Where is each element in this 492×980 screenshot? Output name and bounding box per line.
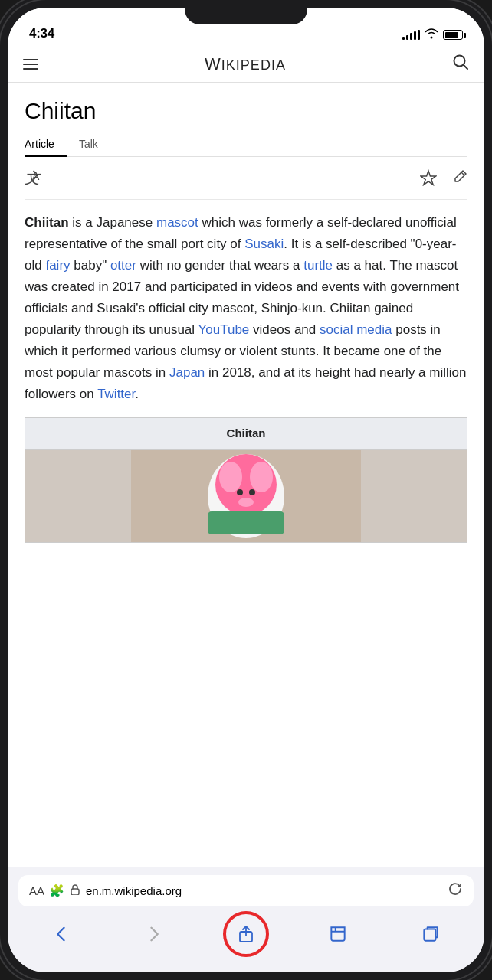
link-turtle[interactable]: turtle [303, 258, 333, 273]
wikipedia-title-text: WIKIPEDIA [205, 54, 286, 74]
signal-icon [402, 30, 421, 40]
infobox-image [25, 450, 467, 542]
wikipedia-logo: WIKIPEDIA [205, 54, 286, 74]
url-bar[interactable]: AA 🧩 en.m.wikipedia.org [18, 875, 474, 906]
bookmarks-button[interactable] [319, 917, 357, 951]
svg-point-10 [238, 498, 254, 507]
article-paragraph: Chiitan is a Japanese mascot which was f… [25, 212, 467, 405]
article-first-word: Chiitan [25, 215, 69, 230]
article-toolbar: 文 A [25, 169, 467, 200]
star-icon[interactable] [420, 169, 437, 190]
forward-button[interactable] [135, 917, 173, 951]
menu-icon[interactable] [23, 59, 38, 70]
reload-icon[interactable] [448, 881, 463, 900]
share-button-wrapper [227, 917, 265, 951]
url-bar-left: AA 🧩 [29, 884, 64, 898]
wikipedia-header: WIKIPEDIA [8, 46, 484, 83]
link-japan[interactable]: Japan [169, 365, 205, 380]
content-area[interactable]: Chiitan Article Talk 文 A [8, 83, 484, 867]
infobox-title: Chiitan [25, 418, 467, 450]
back-button[interactable] [42, 917, 80, 951]
svg-point-9 [249, 489, 255, 495]
tab-article[interactable]: Article [25, 133, 67, 156]
link-otter[interactable]: otter [110, 258, 136, 273]
article-title: Chiitan [25, 98, 467, 124]
translate-icon[interactable]: 文 A [25, 169, 43, 190]
link-youtube[interactable]: YouTube [198, 322, 250, 337]
svg-rect-11 [208, 511, 284, 534]
lock-icon [71, 884, 80, 897]
link-social-media[interactable]: social media [320, 322, 392, 337]
url-text[interactable]: en.m.wikipedia.org [86, 884, 441, 897]
svg-point-8 [237, 489, 243, 495]
svg-rect-12 [71, 889, 79, 895]
phone-shell: 4:34 [0, 0, 492, 980]
status-time: 4:34 [29, 26, 54, 41]
article-body: Chiitan is a Japanese mascot which was f… [25, 212, 467, 543]
extension-icon: 🧩 [49, 884, 64, 898]
aa-text[interactable]: AA [29, 884, 44, 897]
link-fairy[interactable]: fairy [45, 258, 70, 273]
link-twitter[interactable]: Twitter [97, 387, 135, 401]
wifi-icon [425, 28, 438, 41]
tab-talk[interactable]: Talk [67, 133, 110, 156]
share-button[interactable] [227, 917, 265, 951]
notch [185, 0, 307, 24]
svg-text:A: A [32, 170, 40, 182]
link-mascot[interactable]: mascot [156, 215, 198, 230]
bottom-nav [8, 913, 484, 972]
battery-icon [443, 30, 463, 40]
svg-point-7 [250, 462, 273, 492]
svg-point-6 [219, 462, 242, 492]
article-tabs: Article Talk [25, 133, 467, 157]
infobox: Chiitan [25, 417, 467, 543]
url-bar-area: AA 🧩 en.m.wikipedia.org [8, 867, 484, 913]
screen: 4:34 [8, 8, 484, 972]
edit-icon[interactable] [452, 169, 467, 190]
status-icons [402, 28, 464, 41]
svg-rect-14 [424, 929, 435, 941]
link-susaki[interactable]: Susaki [244, 237, 284, 251]
tabs-button[interactable] [412, 917, 450, 951]
toolbar-right [420, 169, 467, 190]
search-icon[interactable] [452, 54, 469, 74]
